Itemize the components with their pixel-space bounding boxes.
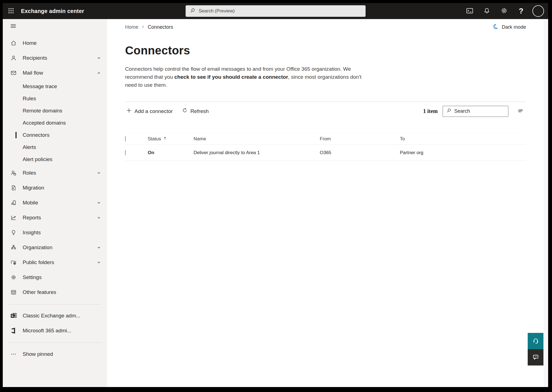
notifications-button[interactable] xyxy=(480,4,494,18)
chat-bubble-icon xyxy=(532,353,539,361)
item-count: 1 item xyxy=(423,108,438,114)
bell-icon xyxy=(484,7,490,15)
account-avatar[interactable] xyxy=(531,4,545,18)
selected-indicator xyxy=(15,132,17,138)
sidebar-item-recipients[interactable]: Recipients xyxy=(3,51,107,65)
sidebar-item-organization[interactable]: Organization xyxy=(3,240,107,255)
sidebar-item-other-features[interactable]: Other features xyxy=(3,285,107,300)
breadcrumb-home-link[interactable]: Home xyxy=(125,24,138,30)
topbar: Exchange admin center Search (Preview) xyxy=(3,3,548,19)
waffle-icon xyxy=(8,8,14,15)
sidebar-item-remote-domains[interactable]: Remote domains xyxy=(3,105,107,117)
sidebar-subitem-label: Connectors xyxy=(23,132,49,138)
chevron-down-icon xyxy=(96,170,102,176)
sidebar-item-settings[interactable]: Settings xyxy=(3,270,107,285)
table-row[interactable]: On Deliver journal directly to Area 1 O3… xyxy=(125,145,526,161)
sidebar-item-label: Recipients xyxy=(23,55,47,61)
search-icon xyxy=(190,8,196,15)
sidebar-item-connectors[interactable]: Connectors xyxy=(3,129,107,141)
chevron-up-icon xyxy=(96,70,102,76)
sidebar-item-home[interactable]: Home xyxy=(3,36,107,51)
sidebar-item-classic-exchange[interactable]: E Classic Exchange adm... xyxy=(3,308,107,323)
sidebar-item-accepted-domains[interactable]: Accepted domains xyxy=(3,117,107,129)
add-connector-button[interactable]: Add a connector xyxy=(125,106,174,116)
mail-icon xyxy=(10,70,17,76)
cell-name: Deliver journal directly to Area 1 xyxy=(189,150,315,156)
sidebar-item-reports[interactable]: Reports xyxy=(3,210,107,225)
nav-collapse-button[interactable] xyxy=(7,20,19,32)
connectors-table: Status Name From To On Deliver journal d… xyxy=(125,133,526,161)
list-search-placeholder: Search xyxy=(454,108,470,114)
table-header-row: Status Name From To xyxy=(125,133,526,145)
moon-icon xyxy=(492,23,498,31)
help-button[interactable]: ? xyxy=(514,4,528,18)
add-connector-label: Add a connector xyxy=(134,108,173,114)
breadcrumb: Home Connectors xyxy=(125,24,173,30)
floating-buttons xyxy=(528,333,543,365)
column-header-to[interactable]: To xyxy=(395,136,526,142)
sidebar-item-mail-flow[interactable]: Mail flow xyxy=(3,65,107,80)
cloud-shell-button[interactable] xyxy=(463,4,477,18)
mobile-chart-icon xyxy=(10,200,17,206)
sidebar-item-rules[interactable]: Rules xyxy=(3,93,107,105)
svg-text:E: E xyxy=(12,314,14,317)
sidebar-item-show-pinned[interactable]: Show pinned xyxy=(3,347,107,362)
refresh-button[interactable]: Refresh xyxy=(181,106,210,116)
support-button[interactable] xyxy=(528,333,543,349)
microsoft-365-logo-icon xyxy=(10,327,17,334)
search-icon xyxy=(446,108,451,114)
gear-icon xyxy=(501,7,508,15)
sidebar-item-roles[interactable]: Roles xyxy=(3,165,107,180)
dark-mode-toggle[interactable]: Dark mode xyxy=(492,23,526,31)
chevron-down-icon xyxy=(96,200,102,206)
cell-to: Partner org xyxy=(395,150,526,156)
breadcrumb-current: Connectors xyxy=(148,24,173,30)
column-header-name[interactable]: Name xyxy=(189,136,315,142)
person-icon xyxy=(10,55,17,61)
cell-status: On xyxy=(143,150,189,156)
row-checkbox[interactable] xyxy=(125,150,126,155)
sidebar-subitem-label: Alerts xyxy=(23,144,36,150)
exchange-logo-icon: E xyxy=(10,312,17,319)
description-emphasis: check to see if you should create a conn… xyxy=(174,74,288,80)
sidebar-item-alerts[interactable]: Alerts xyxy=(3,141,107,153)
sidebar-item-mobile[interactable]: Mobile xyxy=(3,195,107,210)
refresh-label: Refresh xyxy=(190,108,209,114)
column-label: From xyxy=(320,136,331,142)
page-title: Connectors xyxy=(125,44,526,57)
ellipsis-icon xyxy=(10,351,17,357)
sidebar-item-insights[interactable]: Insights xyxy=(3,225,107,240)
sort-ascending-icon xyxy=(163,136,167,142)
settings-button[interactable] xyxy=(497,4,511,18)
sidebar-item-migration[interactable]: Migration xyxy=(3,180,107,195)
sidebar-item-microsoft-365-admin[interactable]: Microsoft 365 admi... xyxy=(3,323,107,338)
sidebar-subitem-label: Accepted domains xyxy=(23,120,66,126)
chevron-down-icon xyxy=(96,55,102,61)
app-launcher-button[interactable] xyxy=(4,4,18,18)
org-chart-icon xyxy=(10,244,17,251)
chevron-right-icon xyxy=(141,24,145,30)
terminal-icon xyxy=(466,8,473,15)
sidebar-item-label: Mail flow xyxy=(23,70,43,76)
sidebar-item-label: Show pinned xyxy=(23,351,53,357)
refresh-icon xyxy=(182,108,187,115)
plus-icon xyxy=(126,108,132,115)
sidebar-item-message-trace[interactable]: Message trace xyxy=(3,80,107,93)
app-window: Exchange admin center Search (Preview) xyxy=(3,3,548,387)
scrollbar[interactable] xyxy=(544,19,548,387)
column-label: Name xyxy=(194,136,206,142)
hamburger-icon xyxy=(10,23,17,30)
sidebar-item-public-folders[interactable]: Public folders xyxy=(3,255,107,270)
list-search-input[interactable]: Search xyxy=(443,106,508,117)
cell-from: O365 xyxy=(315,150,395,156)
global-search-input[interactable]: Search (Preview) xyxy=(186,5,366,17)
feedback-button[interactable] xyxy=(528,349,543,365)
question-icon: ? xyxy=(519,7,524,15)
sidebar-item-alert-policies[interactable]: Alert policies xyxy=(3,153,107,165)
sidebar-item-label: Roles xyxy=(23,170,36,176)
column-header-from[interactable]: From xyxy=(315,136,395,142)
filter-button[interactable] xyxy=(515,106,526,117)
select-all-checkbox[interactable] xyxy=(125,136,126,141)
column-header-status[interactable]: Status xyxy=(143,136,189,142)
filter-icon xyxy=(517,107,524,115)
